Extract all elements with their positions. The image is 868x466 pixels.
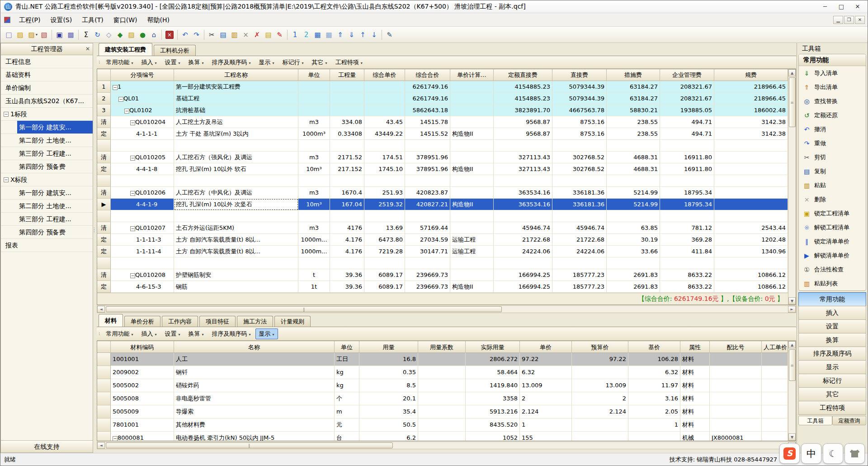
table-row[interactable]: 7801001其他材料费元50.58435.52011材料 xyxy=(97,418,788,432)
column-header[interactable]: 直接费 xyxy=(552,69,607,81)
column-header[interactable]: 人工单价 xyxy=(762,341,788,352)
export-down-icon[interactable]: ⇓ xyxy=(346,29,357,40)
child-minimize-button[interactable]: ▁ xyxy=(833,16,843,24)
toolbox-category-换算[interactable]: 换算 xyxy=(798,333,866,347)
hscroll-track[interactable]: ∥ xyxy=(105,442,788,449)
level-2-icon[interactable]: 2 xyxy=(301,29,312,40)
scroll-up-icon[interactable]: ▲ xyxy=(788,69,796,76)
expand-icon[interactable]: − xyxy=(118,97,123,102)
expand-icon[interactable]: − xyxy=(113,436,118,441)
scroll-left-icon[interactable]: ◄ xyxy=(97,306,105,313)
column-header[interactable]: 实际用量 xyxy=(466,341,520,352)
expand-icon[interactable]: − xyxy=(130,120,135,125)
sidebar-item-item[interactable]: 玉山县白东线S202（K67... xyxy=(1,95,93,108)
table-row[interactable]: 3−QL0102抗滑桩基础5862643.183823891.704667563… xyxy=(97,105,788,116)
sidebar-item-item[interactable]: 报表 xyxy=(1,239,93,252)
close-button[interactable]: ✕ xyxy=(849,1,866,12)
ribbon-button-设置[interactable]: 设置▾ xyxy=(161,328,184,339)
menu-item[interactable]: 帮助(H) xyxy=(142,14,174,26)
ribbon-button-标记行[interactable]: 标记行▾ xyxy=(279,57,307,68)
child-restore-button[interactable]: ❐ xyxy=(844,16,854,24)
toolbox-category-设置[interactable]: 设置 xyxy=(798,319,866,333)
share-nodes-icon[interactable]: ◇ xyxy=(103,29,114,40)
table-row[interactable]: 定1-1-11-3土方 自卸汽车装载质量(t) 8以...1000m...4.1… xyxy=(97,234,788,246)
paste-icon[interactable]: ▥ xyxy=(229,29,240,40)
column-header[interactable]: 工程量 xyxy=(330,69,364,81)
menu-item[interactable]: 工程(P) xyxy=(14,14,45,26)
tab-detail-0[interactable]: 材料 xyxy=(99,314,123,327)
expand-icon[interactable]: − xyxy=(130,273,135,278)
menu-item[interactable]: 窗口(W) xyxy=(108,14,142,26)
redo-icon[interactable]: ↷ xyxy=(191,29,202,40)
save-all-icon[interactable]: ▩ xyxy=(65,29,76,40)
toolbox-tab-定额查询[interactable]: 定额查询 xyxy=(832,416,866,425)
ribbon-button-显示[interactable]: 显示▾ xyxy=(255,57,278,68)
column-header[interactable]: 综合合价 xyxy=(405,69,450,81)
close-project-icon[interactable]: ▧ xyxy=(38,29,50,40)
table-row[interactable]: 清−QL010205人工挖石方（强风化）及调运m32171.52174.5137… xyxy=(97,152,788,163)
sidebar-item-node[interactable]: −X标段 xyxy=(1,173,93,186)
table-row[interactable]: 定4-6-15-3钢筋1t39.366089.17239669.73构造物II1… xyxy=(97,281,788,293)
table-row[interactable]: 5005008非电毫秒雷管个20.13358223.16材料 xyxy=(97,392,788,405)
sidebar-item-child[interactable]: 第二部分 土地使... xyxy=(1,200,93,213)
table-row[interactable]: −8000081电动卷扬机 牵引力(kN) 50以内 JJM-5台6.21052… xyxy=(97,432,788,441)
table-row[interactable]: 2009002钢钎kg0.3558.4646.326.32材料 xyxy=(97,366,788,379)
menu-item[interactable]: 设置(S) xyxy=(45,14,77,26)
tab-detail-3[interactable]: 项目特征 xyxy=(199,316,236,327)
column-header[interactable]: 用量 xyxy=(359,341,418,352)
material-grid-vscrollbar[interactable]: ▲ ≡ ▼ xyxy=(788,341,796,441)
close-doc-icon[interactable]: × xyxy=(165,31,174,39)
table-row[interactable]: 清−QL010208护壁钢筋制安t39.366089.17239669.7316… xyxy=(97,269,788,281)
maximize-button[interactable]: □ xyxy=(833,1,849,12)
cancel-check-icon[interactable]: ✗ xyxy=(251,29,263,40)
sidebar-item-item[interactable]: 工程信息 xyxy=(1,55,93,68)
toolbox-category-排序及顺序码[interactable]: 排序及顺序码 xyxy=(798,347,866,361)
toolbox-item-导出清单[interactable]: ⇑导出清单 xyxy=(799,80,866,94)
sidebar-item-item[interactable]: 基础资料 xyxy=(1,68,93,81)
tab-main-0[interactable]: 建筑安装工程费 xyxy=(99,43,152,56)
expand-icon[interactable]: − xyxy=(130,226,135,231)
expand-icon[interactable]: − xyxy=(124,109,129,114)
column-header[interactable]: 工程名称 xyxy=(174,69,298,81)
table-row[interactable] xyxy=(97,140,788,152)
tab-main-1[interactable]: 工料机分析 xyxy=(154,45,196,56)
column-header[interactable]: 配比号 xyxy=(710,341,762,352)
dropdown-caret-icon[interactable]: ▾ xyxy=(36,33,38,37)
ribbon-button-其它[interactable]: 其它▾ xyxy=(308,57,331,68)
panel-close-icon[interactable]: ✕ xyxy=(85,43,90,55)
folder-view-icon[interactable]: ▨ xyxy=(126,29,137,40)
toolbox-tab-工具箱[interactable]: 工具箱 xyxy=(798,416,832,425)
ribbon-button-显示[interactable]: 显示▾ xyxy=(255,328,278,339)
column-header[interactable]: 综合单价 xyxy=(364,69,405,81)
toolbox-item-剪切[interactable]: ✂剪切 xyxy=(799,150,866,164)
toolbox-item-粘贴列表[interactable]: ▥粘贴列表 xyxy=(799,276,866,290)
toolbox-category-其它[interactable]: 其它 xyxy=(798,387,866,401)
column-header[interactable]: 分项编号 xyxy=(111,69,174,81)
language-mode-button[interactable]: 中 xyxy=(801,443,821,464)
scroll-down-icon[interactable]: ▼ xyxy=(788,297,796,304)
scroll-up-icon[interactable]: ▲ xyxy=(788,341,796,348)
sidebar-item-item[interactable]: 单价编制 xyxy=(1,81,93,95)
column-header[interactable]: 企业管理费 xyxy=(660,69,714,81)
open-folder-icon[interactable]: ▨ xyxy=(14,29,26,40)
toolbox-item-合法性检查[interactable]: ①合法性检查 xyxy=(799,262,866,276)
tab-detail-2[interactable]: 工作内容 xyxy=(162,316,198,327)
toolbox-item-重做[interactable]: ↷重做 xyxy=(799,136,866,150)
cost-grid-vscrollbar[interactable]: ▲ ≡ ▼ xyxy=(788,69,796,304)
signature-icon[interactable]: ✎ xyxy=(384,29,395,40)
left-splitter[interactable]: ∶∶∶ xyxy=(93,43,96,453)
tab-detail-5[interactable]: 计量规则 xyxy=(274,316,311,327)
table-row[interactable]: 定4-4-1-8挖孔 孔深(m) 10以外 软石10m³217.1521745.… xyxy=(97,163,788,175)
expand-icon[interactable]: − xyxy=(113,85,118,90)
move-down-icon[interactable]: ↓ xyxy=(368,29,380,40)
ribbon-button-排序及顺序码[interactable]: 排序及顺序码▾ xyxy=(208,328,255,339)
toolbox-item-导入清单[interactable]: ⇓导入清单 xyxy=(799,66,866,80)
sidebar-item-child[interactable]: 第四部分 预备费 xyxy=(1,226,93,239)
notes-icon[interactable]: ▤ xyxy=(263,29,274,40)
toolbox-item-锁定清单单价[interactable]: ∥锁定清单单价 xyxy=(799,234,866,248)
column-header[interactable]: 措施费 xyxy=(607,69,660,81)
collapse-icon[interactable]: − xyxy=(4,112,9,117)
column-header[interactable]: 材料编码 xyxy=(111,341,174,352)
column-header[interactable]: 单位 xyxy=(298,69,330,81)
toolbox-item-解锁清单单价[interactable]: ▶解锁清单单价 xyxy=(799,248,866,262)
